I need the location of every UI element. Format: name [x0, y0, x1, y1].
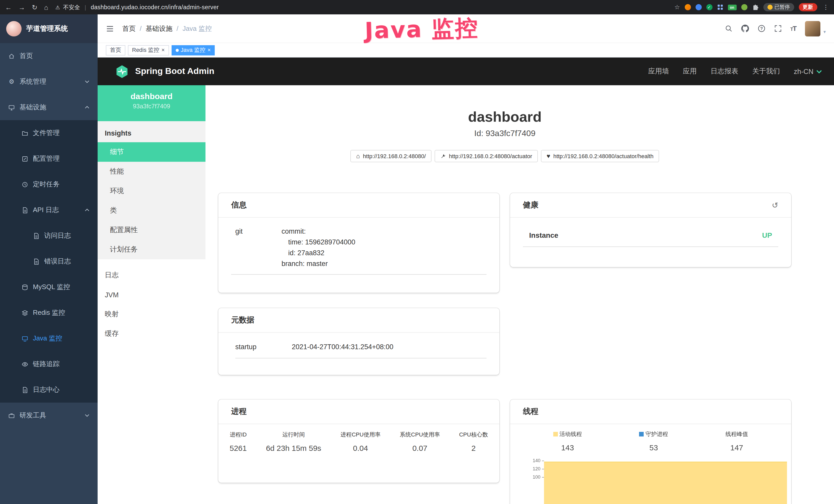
history-icon[interactable]: ↺ — [772, 201, 778, 209]
insights-group-label: Insights — [97, 121, 205, 142]
chevron-down-icon[interactable]: ▾ — [824, 29, 826, 36]
tab-java-monitor[interactable]: Java 监控 × — [171, 45, 215, 55]
breadcrumb-home[interactable]: 首页 — [122, 24, 136, 33]
bookmark-star-icon[interactable]: ☆ — [674, 4, 680, 10]
sidebar-item-home[interactable]: 首页 — [0, 43, 97, 69]
menu-item-caches[interactable]: 缓存 — [97, 324, 205, 344]
browser-menu-icon[interactable]: ⋮ — [823, 4, 829, 10]
process-card: 进程 进程ID 5261 运行时间 6d 23h 15m 59s — [218, 399, 499, 483]
insights-group: Insights 细节 性能 环境 类 配置属性 计划任务 — [97, 121, 205, 259]
extension-icon-leaf[interactable] — [741, 4, 747, 10]
chevron-down-icon — [85, 80, 89, 83]
actuator-url-link[interactable]: http://192.168.0.2:48080/actuator — [435, 150, 538, 162]
address-separator: | — [85, 4, 86, 10]
sidebar-item-mysql-monitor[interactable]: MySQL 监控 — [0, 274, 97, 300]
home-icon — [8, 53, 15, 59]
legend-item: 线程峰值 147 — [725, 430, 748, 452]
language-selector[interactable]: zh-CN — [794, 68, 822, 75]
tab-home[interactable]: 首页 — [106, 45, 125, 55]
menu-item-config-props[interactable]: 配置属性 — [97, 220, 205, 240]
breadcrumb-current: Java 监控 — [183, 24, 212, 33]
paused-extension-badge[interactable]: 已暂停 — [763, 3, 794, 11]
edit-icon — [22, 155, 28, 162]
header-actions: ? TT ▾ — [725, 21, 826, 36]
menu-item-performance[interactable]: 性能 — [97, 162, 205, 181]
close-tab-icon[interactable]: × — [207, 47, 211, 53]
sba-nav-about[interactable]: 关于我们 — [752, 67, 780, 76]
process-column: 进程ID 5261 — [229, 431, 247, 452]
monitor-icon — [8, 104, 15, 111]
sidebar-item-scheduled-tasks[interactable]: 定时任务 — [0, 171, 97, 197]
extension-icon-fox[interactable] — [684, 4, 691, 10]
address-bar[interactable]: ⚠ 不安全 | dashboard.yudao.iocoder.cn/infra… — [56, 3, 671, 11]
back-icon[interactable]: ← — [5, 4, 12, 10]
threads-chart: 140 120 100 — [510, 457, 791, 504]
document-icon — [22, 207, 28, 213]
reload-icon[interactable]: ↻ — [32, 4, 38, 10]
sidebar-item-system-management[interactable]: ⚙ 系统管理 — [0, 69, 97, 94]
menu-item-jvm[interactable]: JVM — [97, 285, 205, 304]
page-subtitle: Id: 93a3fc7f7409 — [218, 129, 791, 138]
app-sidebar: 芋道管理系统 首页 ⚙ 系统管理 基础设施 — [0, 15, 97, 504]
extension-icon-pin[interactable] — [695, 4, 701, 10]
legend-swatch — [639, 432, 644, 436]
browser-home-icon[interactable]: ⌂ — [44, 4, 48, 10]
chart-plot-area — [544, 457, 787, 504]
search-icon[interactable] — [725, 25, 732, 32]
chart-y-axis: 140 120 100 — [523, 457, 544, 504]
instance-name: dashboard — [97, 92, 205, 101]
extension-icon-check[interactable]: ✓ — [706, 4, 712, 10]
menu-item-scheduled-tasks[interactable]: 计划任务 — [97, 240, 205, 259]
browser-nav: ← → ↻ ⌂ — [5, 4, 48, 10]
sidebar-item-error-logs[interactable]: 错误日志 — [0, 249, 97, 274]
emoji-face-icon — [767, 5, 772, 10]
menu-item-beans[interactable]: 类 — [97, 201, 205, 220]
sba-nav-wallboard[interactable]: 应用墙 — [648, 67, 669, 76]
sba-nav-journal[interactable]: 日志报表 — [710, 67, 738, 76]
menu-item-environment[interactable]: 环境 — [97, 181, 205, 201]
help-icon[interactable]: ? — [758, 25, 765, 32]
health-url-link[interactable]: ♥ http://192.168.0.2:48080/actuator/heal… — [541, 150, 659, 162]
sba-nav: 应用墙 应用 日志报表 关于我们 zh-CN — [648, 67, 822, 76]
app-logo-avatar — [6, 21, 22, 37]
fullscreen-icon[interactable] — [774, 25, 782, 32]
tab-bar: 首页 Redis 监控 × Java 监控 × — [97, 43, 834, 58]
menu-item-mappings[interactable]: 映射 — [97, 304, 205, 324]
breadcrumb-separator: / — [140, 25, 141, 32]
sidebar-item-java-monitor[interactable]: Java 监控 — [0, 325, 97, 351]
app-logo[interactable]: 芋道管理系统 — [0, 15, 97, 43]
update-button[interactable]: 更新 — [798, 3, 817, 11]
font-size-icon[interactable]: TT — [790, 25, 796, 32]
instance-header[interactable]: dashboard 93a3fc7f7409 — [97, 85, 205, 121]
tab-redis-monitor[interactable]: Redis 监控 × — [128, 45, 169, 55]
sidebar-item-dev-tools[interactable]: 研发工具 — [0, 403, 97, 428]
app-header: 首页 / 基础设施 / Java 监控 ? TT ▾ — [97, 15, 834, 43]
instance-url-link[interactable]: ⌂ http://192.168.0.2:48080/ — [351, 150, 432, 162]
sidebar-item-api-logs[interactable]: API 日志 — [0, 197, 97, 223]
sidebar-item-file-management[interactable]: 文件管理 — [0, 120, 97, 146]
chevron-down-icon — [85, 414, 89, 417]
app-title: 芋道管理系统 — [26, 24, 68, 33]
extension-icon-on-switch[interactable]: on — [728, 4, 737, 10]
info-key: git — [235, 226, 282, 269]
collapse-sidebar-icon[interactable] — [106, 24, 114, 32]
sidebar-item-infrastructure[interactable]: 基础设施 — [0, 94, 97, 120]
extensions-puzzle-icon[interactable] — [752, 4, 759, 10]
github-icon[interactable] — [741, 25, 749, 32]
user-avatar[interactable] — [805, 21, 820, 36]
sidebar-item-trace[interactable]: 链路追踪 — [0, 351, 97, 377]
close-tab-icon[interactable]: × — [161, 47, 164, 53]
sidebar-item-redis-monitor[interactable]: Redis 监控 — [0, 300, 97, 325]
menu-item-logs[interactable]: 日志 — [97, 266, 205, 285]
breadcrumb-infrastructure[interactable]: 基础设施 — [146, 24, 172, 33]
forward-icon[interactable]: → — [19, 4, 25, 10]
info-value: commit: time: 1596289704000 id: 27aa832 … — [282, 226, 355, 269]
spring-boot-admin-logo — [115, 65, 129, 78]
extension-icon-grid[interactable] — [717, 4, 723, 10]
sidebar-item-access-logs[interactable]: 访问日志 — [0, 223, 97, 249]
divider — [231, 274, 486, 275]
sidebar-item-config-management[interactable]: 配置管理 — [0, 146, 97, 171]
sba-nav-applications[interactable]: 应用 — [683, 67, 697, 76]
sidebar-item-log-center[interactable]: 日志中心 — [0, 377, 97, 403]
menu-item-details[interactable]: 细节 — [97, 142, 205, 162]
